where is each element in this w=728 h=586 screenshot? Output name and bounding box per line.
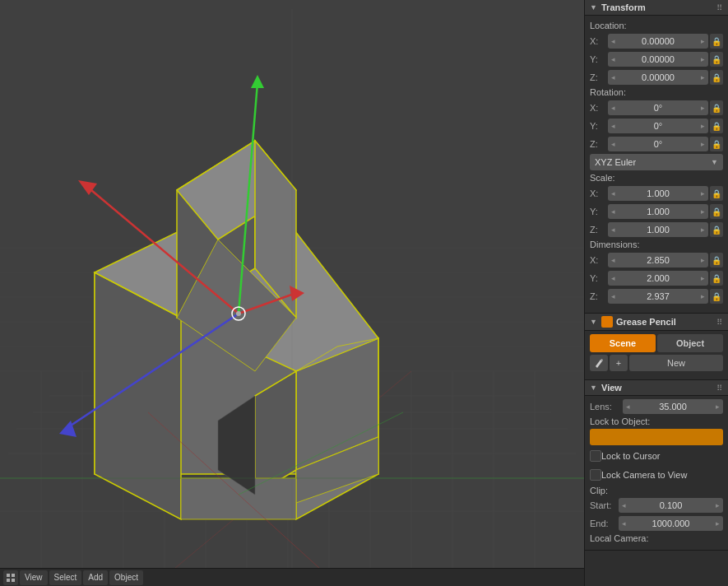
gp-scene-btn[interactable]: Scene <box>590 334 656 352</box>
scale-y-input[interactable]: ◂ 1.000 ▸ <box>608 204 708 219</box>
loc-z-increase[interactable]: ▸ <box>701 73 705 81</box>
clip-end-input[interactable]: ◂ 1000.000 ▸ <box>619 516 723 531</box>
dim-x-input[interactable]: ◂ 2.850 ▸ <box>608 253 708 267</box>
scale-x-lock[interactable]: 🔒 <box>710 186 723 201</box>
scale-y-label: Y: <box>590 207 608 216</box>
rot-x-value: 0° <box>615 103 701 113</box>
lens-input[interactable]: ◂ 35.000 ▸ <box>623 399 723 414</box>
lens-increase[interactable]: ▸ <box>716 402 720 411</box>
clip-start-increase[interactable]: ▸ <box>716 501 720 509</box>
dim-z-increase[interactable]: ▸ <box>701 292 705 300</box>
rot-x-increase[interactable]: ▸ <box>701 104 705 112</box>
dim-x-increase[interactable]: ▸ <box>701 256 705 264</box>
scale-y-increase[interactable]: ▸ <box>701 207 705 216</box>
dim-z-row: Z: ◂ 2.937 ▸ 🔒 <box>590 288 723 305</box>
object-menu[interactable]: Object <box>109 570 143 585</box>
rot-z-input[interactable]: ◂ 0° ▸ <box>608 137 708 151</box>
lens-value: 35.000 <box>630 402 716 412</box>
gp-new-btn[interactable]: New <box>629 355 723 371</box>
scale-label: Scale: <box>590 173 723 183</box>
view-menu[interactable]: View <box>20 570 48 585</box>
rot-y-lock[interactable]: 🔒 <box>710 119 723 133</box>
scale-x-increase[interactable]: ▸ <box>701 189 705 198</box>
properties-panel: ▼ Transform ⠿ Location: X: ◂ 0.00000 ▸ 🔒… <box>584 0 728 586</box>
loc-y-input[interactable]: ◂ 0.00000 ▸ <box>608 52 708 67</box>
dim-z-input[interactable]: ◂ 2.937 ▸ <box>608 289 708 304</box>
loc-x-input[interactable]: ◂ 0.00000 ▸ <box>608 34 708 49</box>
dim-x-lock[interactable]: 🔒 <box>710 253 723 267</box>
lock-camera-checkbox[interactable] <box>590 469 601 481</box>
transform-options-icon[interactable]: ⠿ <box>716 3 723 12</box>
rot-y-increase[interactable]: ▸ <box>701 122 705 130</box>
gp-title: Grease Pencil <box>616 317 716 327</box>
lock-object-label: Lock to Object: <box>590 416 723 426</box>
gp-body: Scene Object + New <box>585 331 728 376</box>
rotation-mode-dropdown[interactable]: XYZ Euler ▼ <box>590 154 723 170</box>
dim-z-lock[interactable]: 🔒 <box>710 289 723 304</box>
view-options-icon[interactable]: ⠿ <box>716 384 723 393</box>
clip-label: Clip: <box>590 486 723 495</box>
loc-x-label: X: <box>590 36 608 46</box>
gp-plus-btn[interactable]: + <box>610 355 628 371</box>
clip-end-increase[interactable]: ▸ <box>716 519 720 528</box>
scale-z-label: Z: <box>590 225 608 235</box>
location-x-row: X: ◂ 0.00000 ▸ 🔒 <box>590 33 723 49</box>
viewport[interactable]: View Select Add Object <box>0 0 584 586</box>
view-header[interactable]: ▼ View ⠿ <box>585 380 728 396</box>
loc-z-lock[interactable]: 🔒 <box>710 70 723 85</box>
lock-cursor-checkbox[interactable] <box>590 450 601 462</box>
rotation-x-row: X: ◂ 0° ▸ 🔒 <box>590 100 723 116</box>
rot-x-lock[interactable]: 🔒 <box>710 100 723 115</box>
clip-start-value: 0.100 <box>626 500 716 510</box>
select-menu[interactable]: Select <box>49 570 82 585</box>
rotation-mode-value: XYZ Euler <box>595 157 711 167</box>
transform-body: Location: X: ◂ 0.00000 ▸ 🔒 Y: ◂ 0.00000 … <box>585 16 728 309</box>
lock-camera-label[interactable]: Lock Camera to View <box>601 470 687 480</box>
gp-object-btn[interactable]: Object <box>657 334 723 352</box>
svg-marker-40 <box>181 478 296 519</box>
view-menu-btn[interactable] <box>3 570 18 585</box>
scale-z-lock[interactable]: 🔒 <box>710 222 723 237</box>
clip-start-input[interactable]: ◂ 0.100 ▸ <box>619 498 723 513</box>
location-z-row: Z: ◂ 0.00000 ▸ 🔒 <box>590 69 723 86</box>
lock-cursor-label[interactable]: Lock to Cursor <box>601 451 661 461</box>
lock-object-field[interactable] <box>590 429 723 445</box>
gp-options-icon[interactable]: ⠿ <box>716 318 723 327</box>
rot-y-input[interactable]: ◂ 0° ▸ <box>608 119 708 133</box>
loc-z-value: 0.00000 <box>615 72 701 82</box>
loc-y-lock[interactable]: 🔒 <box>710 52 723 67</box>
rot-x-label: X: <box>590 103 608 113</box>
dim-y-lock[interactable]: 🔒 <box>710 271 723 286</box>
scale-x-input[interactable]: ◂ 1.000 ▸ <box>608 186 708 201</box>
transform-header[interactable]: ▼ Transform ⠿ <box>585 0 728 16</box>
svg-point-51 <box>236 311 241 316</box>
scale-z-row: Z: ◂ 1.000 ▸ 🔒 <box>590 221 723 238</box>
dim-y-input[interactable]: ◂ 2.000 ▸ <box>608 271 708 286</box>
dim-y-increase[interactable]: ▸ <box>701 274 705 282</box>
rot-z-lock[interactable]: 🔒 <box>710 137 723 151</box>
scale-y-lock[interactable]: 🔒 <box>710 204 723 219</box>
gp-checkbox-icon[interactable] <box>601 316 613 328</box>
rot-z-increase[interactable]: ▸ <box>701 140 705 148</box>
transform-title: Transform <box>601 2 716 12</box>
grease-pencil-header[interactable]: ▼ Grease Pencil ⠿ <box>585 314 728 331</box>
lock-cursor-row: Lock to Cursor <box>590 448 723 464</box>
loc-z-input[interactable]: ◂ 0.00000 ▸ <box>608 70 708 85</box>
loc-x-lock[interactable]: 🔒 <box>710 34 723 49</box>
rotation-y-row: Y: ◂ 0° ▸ 🔒 <box>590 118 723 134</box>
add-menu[interactable]: Add <box>83 570 108 585</box>
lock-camera-row: Lock Camera to View <box>590 467 723 483</box>
loc-y-increase[interactable]: ▸ <box>701 55 705 63</box>
rot-x-input[interactable]: ◂ 0° ▸ <box>608 100 708 115</box>
loc-x-value: 0.00000 <box>615 36 701 46</box>
loc-y-value: 0.00000 <box>615 54 701 64</box>
lens-label: Lens: <box>590 402 623 412</box>
dim-z-value: 2.937 <box>615 291 701 301</box>
scale-z-input[interactable]: ◂ 1.000 ▸ <box>608 222 708 237</box>
dim-y-value: 2.000 <box>615 273 701 283</box>
loc-x-increase[interactable]: ▸ <box>701 37 705 45</box>
clip-end-label: End: <box>590 519 619 528</box>
scale-z-increase[interactable]: ▸ <box>701 226 705 234</box>
gp-pencil-btn[interactable] <box>590 355 608 371</box>
scale-x-label: X: <box>590 188 608 198</box>
